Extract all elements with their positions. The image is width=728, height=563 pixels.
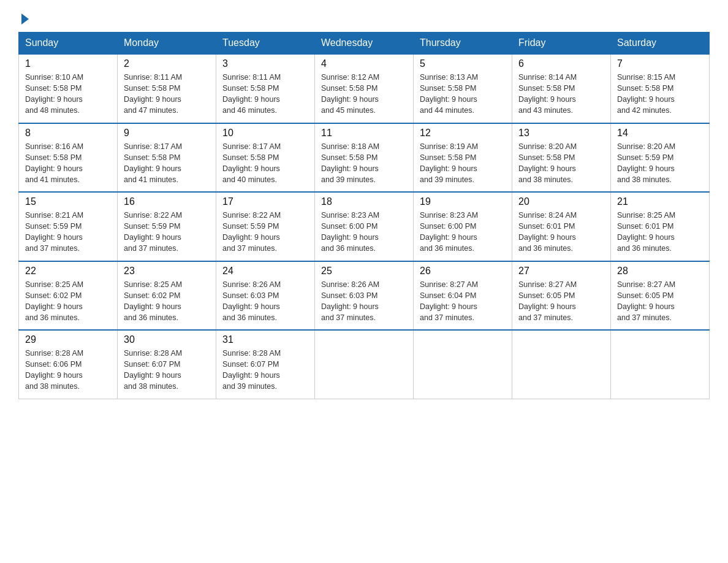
day-number: 20 [518,196,604,207]
day-info: Sunrise: 8:11 AMSunset: 5:58 PMDaylight:… [222,72,308,117]
calendar-day-cell: 8Sunrise: 8:16 AMSunset: 5:58 PMDaylight… [19,123,118,193]
day-number: 18 [321,196,407,207]
calendar-day-cell [611,330,710,399]
calendar-day-cell: 17Sunrise: 8:22 AMSunset: 5:59 PMDayligh… [216,192,315,261]
day-number: 8 [25,128,111,139]
logo [18,12,29,21]
day-number: 24 [222,266,308,277]
calendar-day-cell: 3Sunrise: 8:11 AMSunset: 5:58 PMDaylight… [216,54,315,123]
day-info: Sunrise: 8:25 AMSunset: 6:01 PMDaylight:… [617,210,703,255]
day-number: 13 [518,128,604,139]
day-info: Sunrise: 8:28 AMSunset: 6:07 PMDaylight:… [124,348,210,393]
day-info: Sunrise: 8:20 AMSunset: 5:58 PMDaylight:… [518,141,604,186]
day-of-week-header: Friday [512,33,611,55]
calendar-day-cell: 4Sunrise: 8:12 AMSunset: 5:58 PMDaylight… [315,54,414,123]
day-number: 19 [420,196,506,207]
day-number: 15 [25,196,111,207]
day-number: 2 [124,58,210,69]
day-of-week-header: Wednesday [315,33,414,55]
calendar-day-cell: 11Sunrise: 8:18 AMSunset: 5:58 PMDayligh… [315,123,414,193]
day-info: Sunrise: 8:17 AMSunset: 5:58 PMDaylight:… [222,141,308,186]
calendar-day-cell: 29Sunrise: 8:28 AMSunset: 6:06 PMDayligh… [19,330,118,399]
day-number: 5 [420,58,506,69]
day-number: 11 [321,128,407,139]
calendar-day-cell: 26Sunrise: 8:27 AMSunset: 6:04 PMDayligh… [414,261,512,331]
calendar-day-cell: 16Sunrise: 8:22 AMSunset: 5:59 PMDayligh… [118,192,216,261]
day-number: 31 [222,334,308,345]
calendar-day-cell: 30Sunrise: 8:28 AMSunset: 6:07 PMDayligh… [118,330,216,399]
day-number: 7 [617,58,703,69]
calendar-week-row: 1Sunrise: 8:10 AMSunset: 5:58 PMDaylight… [19,54,710,123]
calendar-header-row: SundayMondayTuesdayWednesdayThursdayFrid… [19,33,710,55]
day-of-week-header: Monday [118,33,216,55]
day-number: 9 [124,128,210,139]
day-info: Sunrise: 8:17 AMSunset: 5:58 PMDaylight:… [124,141,210,186]
calendar-day-cell: 27Sunrise: 8:27 AMSunset: 6:05 PMDayligh… [512,261,611,331]
day-number: 22 [25,266,111,277]
page-header [18,12,710,21]
day-number: 4 [321,58,407,69]
calendar-day-cell [512,330,611,399]
day-info: Sunrise: 8:18 AMSunset: 5:58 PMDaylight:… [321,141,407,186]
day-info: Sunrise: 8:27 AMSunset: 6:04 PMDaylight:… [420,279,506,324]
calendar-day-cell: 14Sunrise: 8:20 AMSunset: 5:59 PMDayligh… [611,123,710,193]
day-info: Sunrise: 8:25 AMSunset: 6:02 PMDaylight:… [124,279,210,324]
day-number: 17 [222,196,308,207]
day-info: Sunrise: 8:14 AMSunset: 5:58 PMDaylight:… [518,72,604,117]
day-info: Sunrise: 8:15 AMSunset: 5:58 PMDaylight:… [617,72,703,117]
calendar-day-cell: 6Sunrise: 8:14 AMSunset: 5:58 PMDaylight… [512,54,611,123]
day-info: Sunrise: 8:19 AMSunset: 5:58 PMDaylight:… [420,141,506,186]
day-of-week-header: Saturday [611,33,710,55]
day-number: 1 [25,58,111,69]
calendar-day-cell: 28Sunrise: 8:27 AMSunset: 6:05 PMDayligh… [611,261,710,331]
day-number: 14 [617,128,703,139]
day-number: 21 [617,196,703,207]
day-info: Sunrise: 8:22 AMSunset: 5:59 PMDaylight:… [124,210,210,255]
day-number: 12 [420,128,506,139]
calendar-day-cell [414,330,512,399]
day-number: 30 [124,334,210,345]
day-info: Sunrise: 8:20 AMSunset: 5:59 PMDaylight:… [617,141,703,186]
day-info: Sunrise: 8:11 AMSunset: 5:58 PMDaylight:… [124,72,210,117]
day-info: Sunrise: 8:27 AMSunset: 6:05 PMDaylight:… [617,279,703,324]
calendar-week-row: 15Sunrise: 8:21 AMSunset: 5:59 PMDayligh… [19,192,710,261]
day-number: 26 [420,266,506,277]
day-number: 29 [25,334,111,345]
day-info: Sunrise: 8:26 AMSunset: 6:03 PMDaylight:… [321,279,407,324]
day-info: Sunrise: 8:26 AMSunset: 6:03 PMDaylight:… [222,279,308,324]
calendar-day-cell: 21Sunrise: 8:25 AMSunset: 6:01 PMDayligh… [611,192,710,261]
day-number: 3 [222,58,308,69]
day-info: Sunrise: 8:23 AMSunset: 6:00 PMDaylight:… [321,210,407,255]
calendar-day-cell: 15Sunrise: 8:21 AMSunset: 5:59 PMDayligh… [19,192,118,261]
day-number: 27 [518,266,604,277]
calendar-day-cell: 12Sunrise: 8:19 AMSunset: 5:58 PMDayligh… [414,123,512,193]
logo-arrow-icon [21,13,29,25]
day-number: 10 [222,128,308,139]
calendar-day-cell: 9Sunrise: 8:17 AMSunset: 5:58 PMDaylight… [118,123,216,193]
day-number: 25 [321,266,407,277]
calendar-day-cell [315,330,414,399]
calendar-table: SundayMondayTuesdayWednesdayThursdayFrid… [18,32,710,399]
calendar-day-cell: 1Sunrise: 8:10 AMSunset: 5:58 PMDaylight… [19,54,118,123]
day-info: Sunrise: 8:22 AMSunset: 5:59 PMDaylight:… [222,210,308,255]
day-of-week-header: Tuesday [216,33,315,55]
calendar-day-cell: 19Sunrise: 8:23 AMSunset: 6:00 PMDayligh… [414,192,512,261]
day-number: 23 [124,266,210,277]
day-info: Sunrise: 8:28 AMSunset: 6:07 PMDaylight:… [222,348,308,393]
day-number: 6 [518,58,604,69]
day-info: Sunrise: 8:21 AMSunset: 5:59 PMDaylight:… [25,210,111,255]
calendar-day-cell: 20Sunrise: 8:24 AMSunset: 6:01 PMDayligh… [512,192,611,261]
day-info: Sunrise: 8:27 AMSunset: 6:05 PMDaylight:… [518,279,604,324]
calendar-week-row: 22Sunrise: 8:25 AMSunset: 6:02 PMDayligh… [19,261,710,331]
calendar-day-cell: 22Sunrise: 8:25 AMSunset: 6:02 PMDayligh… [19,261,118,331]
day-of-week-header: Sunday [19,33,118,55]
calendar-week-row: 8Sunrise: 8:16 AMSunset: 5:58 PMDaylight… [19,123,710,193]
calendar-day-cell: 13Sunrise: 8:20 AMSunset: 5:58 PMDayligh… [512,123,611,193]
calendar-day-cell: 7Sunrise: 8:15 AMSunset: 5:58 PMDaylight… [611,54,710,123]
day-info: Sunrise: 8:13 AMSunset: 5:58 PMDaylight:… [420,72,506,117]
calendar-day-cell: 31Sunrise: 8:28 AMSunset: 6:07 PMDayligh… [216,330,315,399]
day-info: Sunrise: 8:28 AMSunset: 6:06 PMDaylight:… [25,348,111,393]
day-number: 16 [124,196,210,207]
day-info: Sunrise: 8:23 AMSunset: 6:00 PMDaylight:… [420,210,506,255]
calendar-week-row: 29Sunrise: 8:28 AMSunset: 6:06 PMDayligh… [19,330,710,399]
